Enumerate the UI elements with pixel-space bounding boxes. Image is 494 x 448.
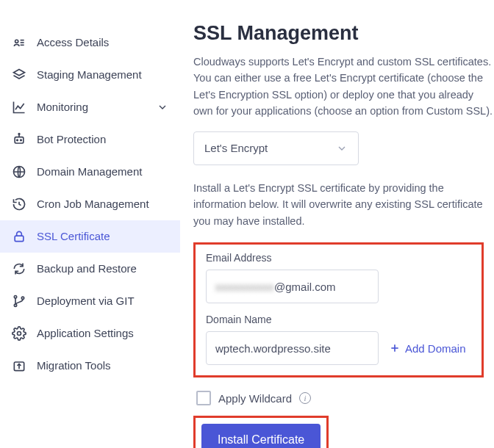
- svg-rect-11: [15, 236, 24, 242]
- gear-icon: [12, 326, 26, 341]
- sidebar-item-label: Monitoring: [37, 100, 146, 115]
- chart-line-icon: [12, 100, 26, 115]
- email-field[interactable]: xxxxxxxxxx@gmail.com: [206, 270, 379, 303]
- apply-wildcard-label: Apply Wildcard: [218, 392, 292, 405]
- git-branch-icon: [12, 294, 26, 308]
- sidebar-item-label: Staging Management: [37, 68, 168, 82]
- domain-field[interactable]: wptech.wordpresso.site: [206, 331, 379, 365]
- page-description: Cloudways supports Let's Encrypt and cus…: [193, 54, 494, 120]
- apply-wildcard-checkbox[interactable]: [196, 391, 211, 405]
- svg-point-0: [15, 40, 18, 43]
- sidebar-item-label: Deployment via GIT: [37, 294, 168, 308]
- add-domain-label: Add Domain: [405, 342, 466, 355]
- ssl-type-value: Let's Encrypt: [204, 142, 268, 154]
- sidebar-item-label: Bot Protection: [37, 132, 168, 147]
- sidebar-item-bot-protection[interactable]: Bot Protection: [0, 123, 180, 156]
- domain-label: Domain Name: [206, 314, 471, 325]
- box-arrow-icon: [12, 358, 26, 373]
- sidebar-item-label: SSL Certificate: [37, 229, 168, 244]
- history-icon: [12, 197, 26, 212]
- layers-icon: [12, 68, 26, 82]
- sidebar-item-label: Migration Tools: [37, 358, 168, 373]
- svg-point-9: [18, 134, 20, 135]
- svg-marker-4: [14, 70, 25, 76]
- svg-point-13: [14, 304, 16, 306]
- ssl-type-select[interactable]: Let's Encrypt: [193, 131, 359, 165]
- chevron-down-icon: [336, 142, 348, 154]
- sidebar-item-label: Cron Job Management: [37, 197, 168, 212]
- install-certificate-button[interactable]: Install Certificate: [201, 424, 321, 448]
- svg-point-15: [18, 332, 21, 336]
- sidebar-item-monitoring[interactable]: Monitoring: [0, 91, 180, 123]
- email-label: Email Address: [206, 252, 471, 264]
- highlighted-button-section: Install Certificate: [193, 416, 329, 448]
- sidebar-item-ssl-certificate[interactable]: SSL Certificate: [0, 220, 180, 253]
- domain-value: wptech.wordpresso.site: [215, 342, 331, 355]
- sidebar-item-cron-job-management[interactable]: Cron Job Management: [0, 188, 180, 220]
- svg-point-7: [21, 140, 22, 141]
- sidebar: Access Details Staging Management Monito…: [0, 0, 180, 448]
- highlighted-form-section: Email Address xxxxxxxxxx@gmail.com Domai…: [193, 242, 484, 377]
- add-domain-button[interactable]: Add Domain: [389, 342, 466, 355]
- install-description: Install a Let's Encrypt SSL certificate …: [193, 180, 494, 229]
- email-suffix: @gmail.com: [274, 281, 336, 293]
- robot-icon: [12, 132, 26, 147]
- chevron-down-icon: [157, 101, 168, 113]
- lock-icon: [12, 229, 26, 244]
- sidebar-item-staging-management[interactable]: Staging Management: [0, 59, 180, 91]
- sidebar-item-label: Domain Management: [37, 165, 168, 179]
- sidebar-item-label: Access Details: [37, 35, 168, 50]
- sidebar-item-access-details[interactable]: Access Details: [0, 26, 180, 59]
- svg-point-12: [14, 296, 16, 298]
- page-title: SSL Management: [193, 22, 494, 45]
- id-card-icon: [12, 35, 26, 50]
- sidebar-item-label: Backup and Restore: [37, 261, 168, 276]
- sidebar-item-application-settings[interactable]: Application Settings: [0, 317, 180, 350]
- sidebar-item-domain-management[interactable]: Domain Management: [0, 156, 180, 188]
- plus-icon: [389, 342, 401, 354]
- sidebar-item-backup-and-restore[interactable]: Backup and Restore: [0, 253, 180, 285]
- info-icon[interactable]: i: [299, 392, 311, 404]
- sidebar-item-deployment-via-git[interactable]: Deployment via GIT: [0, 285, 180, 317]
- svg-point-14: [21, 297, 24, 299]
- svg-point-6: [17, 140, 18, 141]
- refresh-icon: [12, 261, 26, 276]
- main-content: SSL Management Cloudways supports Let's …: [180, 0, 494, 448]
- globe-icon: [12, 165, 26, 179]
- email-blurred-part: xxxxxxxxxx: [215, 281, 274, 293]
- sidebar-item-label: Application Settings: [37, 326, 168, 341]
- sidebar-item-migration-tools[interactable]: Migration Tools: [0, 350, 180, 382]
